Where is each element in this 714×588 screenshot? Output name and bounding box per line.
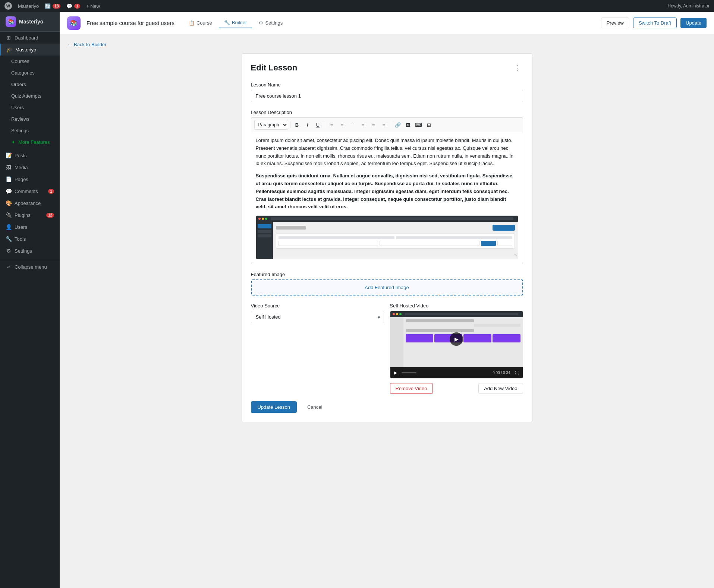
admin-sidebar: 📚 Masteriyo ⊞ Dashboard 🎓 Masteriyo Cour… (0, 12, 60, 588)
sidebar-item-users[interactable]: Users (0, 102, 60, 113)
link-button[interactable]: 🔗 (393, 120, 403, 130)
align-right-button[interactable]: ≡ (379, 120, 389, 130)
align-left-button[interactable]: ≡ (358, 120, 368, 130)
underline-button[interactable]: U (313, 120, 323, 130)
video-controls: ▶ 0:00 / 0:34 ⛶ (390, 367, 523, 378)
sidebar-item-settings2[interactable]: ⚙ Settings (0, 245, 60, 257)
sidebar-item-quiz-attempts[interactable]: Quiz Attempts (0, 90, 60, 102)
admin-bar: W Masteriyo 🔄 18 💬 1 + New Howdy, Admini… (0, 0, 714, 12)
new-content[interactable]: + New (86, 3, 100, 9)
table-button[interactable]: ⊞ (424, 120, 434, 130)
lesson-name-field: Lesson Name (251, 82, 523, 102)
updates-icon: 🔄 (45, 3, 51, 9)
sidebar-item-label: Users (11, 105, 24, 110)
add-new-video-button[interactable]: Add New Video (478, 383, 523, 394)
admin-comments[interactable]: 💬 1 (66, 3, 80, 9)
masteriyo-icon: 🎓 (6, 47, 12, 53)
blockquote-button[interactable]: " (348, 120, 358, 130)
edit-lesson-panel: Edit Lesson ⋮ Lesson Name Lesson Descrip… (242, 53, 532, 422)
more-options-button[interactable]: ⋮ (513, 63, 523, 73)
nav-course[interactable]: 📋 Course (183, 18, 217, 28)
lesson-name-input[interactable] (251, 90, 523, 102)
sidebar-item-orders[interactable]: Orders (0, 79, 60, 90)
sidebar-item-label: Settings (11, 128, 29, 133)
sidebar-item-categories[interactable]: Categories (0, 67, 60, 79)
panel-title: Edit Lesson (251, 63, 298, 73)
code-button[interactable]: ⌨ (414, 120, 424, 130)
screenshot-nav (256, 222, 273, 259)
table-reset-btn (497, 241, 512, 246)
sidebar-item-courses[interactable]: Courses (0, 56, 60, 67)
sidebar-item-plugins[interactable]: 🔌 Plugins 12 (0, 209, 60, 221)
toolbar-sep-1 (290, 121, 290, 128)
site-name[interactable]: Masteriyo (18, 3, 39, 9)
sidebar-item-pages[interactable]: 📄 Pages (0, 173, 60, 185)
comments-count: 1 (74, 4, 80, 9)
sidebar-item-tools[interactable]: 🔧 Tools (0, 233, 60, 245)
course-logo: 📚 (67, 16, 81, 30)
switch-draft-button[interactable]: Switch To Draft (633, 18, 677, 28)
back-to-builder-link[interactable]: ← Back to Builder (67, 42, 707, 47)
update-button[interactable]: Update (680, 18, 707, 28)
sidebar-item-label: Categories (11, 70, 35, 76)
play-control-button[interactable]: ▶ (394, 370, 397, 375)
course-header: 📚 Free sample course for guest users 📋 C… (60, 12, 714, 34)
preview-button[interactable]: Preview (601, 18, 629, 28)
video-screen-content: ▶ (390, 311, 523, 367)
sidebar-item-more-features[interactable]: ✦ More Features (0, 136, 60, 148)
sidebar-item-reviews[interactable]: Reviews (0, 113, 60, 125)
sidebar-item-users2[interactable]: 👤 Users (0, 221, 60, 233)
sidebar-item-label: Reviews (11, 116, 29, 122)
wp-logo[interactable]: W (4, 2, 12, 10)
editor-image: ⤡ (256, 215, 518, 259)
volume-control[interactable] (402, 372, 416, 373)
v-dot-green (399, 313, 402, 315)
screenshot-browser-bar (256, 216, 518, 222)
admin-updates[interactable]: 🔄 18 (45, 3, 60, 9)
editor-content[interactable]: Lorem ipsum dolor sit amet, consectetur … (251, 132, 523, 264)
course-nav: 📋 Course 🔧 Builder ⚙ Settings (183, 18, 288, 28)
unordered-list-button[interactable]: ≡ (337, 120, 347, 130)
nav-settings[interactable]: ⚙ Settings (254, 18, 288, 28)
sidebar-item-comments[interactable]: 💬 Comments 1 (0, 185, 60, 197)
bold-button[interactable]: B (292, 120, 302, 130)
play-button-overlay[interactable]: ▶ (450, 332, 463, 346)
sidebar-item-media[interactable]: 🖼 Media (0, 161, 60, 173)
nav-item (258, 230, 271, 233)
sidebar-item-label: Collapse menu (15, 264, 47, 270)
comments-icon: 💬 (66, 3, 72, 9)
sidebar-item-collapse[interactable]: « Collapse menu (0, 260, 60, 273)
video-action-bar (474, 324, 520, 327)
align-center-button[interactable]: ≡ (369, 120, 378, 130)
sidebar-item-masteriyo[interactable]: 🎓 Masteriyo (0, 44, 60, 56)
nav-builder[interactable]: 🔧 Builder (219, 18, 252, 28)
sidebar-item-appearance[interactable]: 🎨 Appearance (0, 197, 60, 209)
sidebar-item-posts[interactable]: 📝 Posts (0, 149, 60, 161)
media-button[interactable]: 🖼 (403, 120, 413, 130)
update-lesson-button[interactable]: Update Lesson (251, 401, 297, 413)
italic-button[interactable]: I (303, 120, 312, 130)
remove-video-button[interactable]: Remove Video (390, 383, 433, 394)
screenshot-main-area (273, 222, 518, 259)
video-sidebar (390, 317, 403, 367)
table-apply-btn (481, 241, 496, 246)
cancel-button[interactable]: Cancel (301, 401, 329, 413)
brand-name: Masteriyo (19, 19, 43, 25)
screenshot-body (256, 222, 518, 259)
lesson-name-label: Lesson Name (251, 82, 523, 88)
ordered-list-button[interactable]: ≡ (327, 120, 337, 130)
back-arrow-icon: ← (67, 42, 72, 47)
sidebar-item-dashboard[interactable]: ⊞ Dashboard (0, 32, 60, 44)
editor-toolbar: Paragraph B I U ≡ ≡ " ≡ ≡ ≡ (251, 117, 523, 132)
featured-image-field: Featured Image Add Featured Image (251, 272, 523, 295)
updates-count: 18 (53, 4, 60, 9)
fullscreen-icon[interactable]: ⛶ (515, 370, 519, 375)
sidebar-item-label: Courses (11, 59, 29, 64)
sidebar-item-settings[interactable]: Settings (0, 125, 60, 136)
tools-icon: 🔧 (6, 236, 12, 242)
add-featured-image-button[interactable]: Add Featured Image (251, 279, 523, 295)
v-dot-red (393, 313, 395, 315)
resize-handle[interactable]: ⤡ (514, 252, 517, 258)
paragraph-select[interactable]: Paragraph (254, 120, 288, 130)
video-source-select[interactable]: Self Hosted YouTube Vimeo External URL (251, 311, 384, 323)
